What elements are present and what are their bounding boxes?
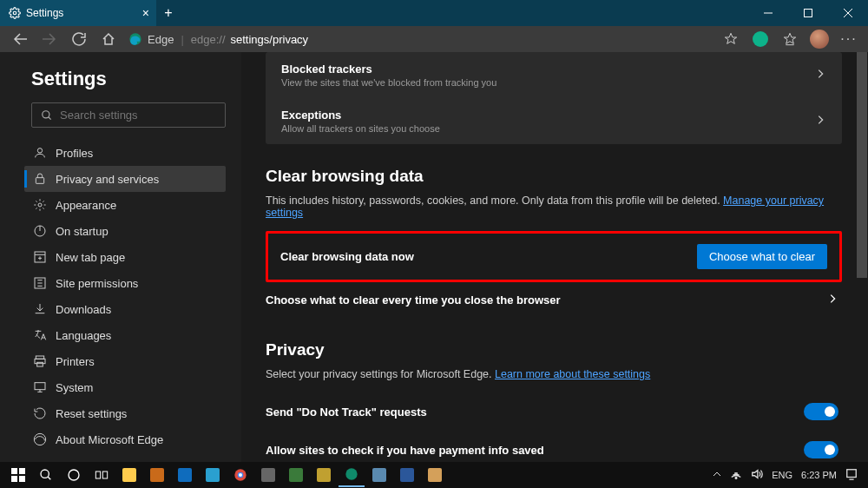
sidebar-item-about-microsoft-edge[interactable]: About Microsoft Edge bbox=[24, 426, 226, 452]
taskbar-app-explorer[interactable] bbox=[116, 463, 142, 487]
sidebar-item-label: Profiles bbox=[56, 147, 93, 160]
sidebar-item-label: System bbox=[56, 381, 93, 394]
sidebar-item-system[interactable]: System bbox=[24, 374, 226, 400]
taskbar-app-photos[interactable] bbox=[200, 463, 226, 487]
sidebar-item-label: Printers bbox=[56, 355, 95, 368]
forward-button[interactable] bbox=[36, 27, 62, 51]
learn-more-link[interactable]: Learn more about these settings bbox=[495, 368, 650, 380]
extension-green-icon[interactable] bbox=[748, 27, 773, 51]
blocked-trackers-row[interactable]: Blocked trackers View the sites that we'… bbox=[266, 52, 842, 98]
svg-rect-24 bbox=[37, 362, 43, 366]
favorites-bar-button[interactable] bbox=[778, 27, 802, 51]
sidebar-item-label: On startup bbox=[56, 225, 108, 238]
browser-tab[interactable]: Settings × bbox=[0, 0, 156, 26]
network-icon[interactable] bbox=[730, 468, 742, 482]
taskbar-app-paint[interactable] bbox=[422, 463, 448, 487]
cortana-icon[interactable] bbox=[61, 463, 87, 487]
tray-chevron-icon[interactable] bbox=[713, 470, 721, 480]
svg-point-7 bbox=[43, 110, 49, 117]
window-titlebar: Settings × + bbox=[0, 0, 868, 26]
window-minimize-button[interactable] bbox=[748, 0, 788, 26]
svg-line-34 bbox=[48, 477, 50, 479]
power-icon bbox=[33, 224, 47, 238]
svg-point-42 bbox=[735, 478, 737, 479]
url-box[interactable]: Edge | edge://settings/privacy bbox=[125, 32, 715, 46]
sidebar-item-label: Appearance bbox=[56, 199, 116, 212]
home-button[interactable] bbox=[95, 27, 122, 51]
volume-icon[interactable] bbox=[751, 468, 763, 482]
back-button[interactable] bbox=[7, 27, 33, 51]
sidebar-item-label: Privacy and services bbox=[56, 173, 159, 186]
row-title: Choose what to clear every time you clos… bbox=[266, 293, 561, 307]
svg-point-41 bbox=[345, 468, 357, 479]
sidebar-item-new-tab-page[interactable]: New tab page bbox=[24, 244, 226, 270]
tray-time[interactable]: 6:23 PM bbox=[801, 470, 837, 480]
sidebar-item-languages[interactable]: Languages bbox=[24, 322, 226, 348]
more-menu-button[interactable]: ··· bbox=[837, 27, 861, 51]
payment-toggle[interactable] bbox=[804, 441, 838, 458]
window-maximize-button[interactable] bbox=[788, 0, 828, 26]
svg-rect-43 bbox=[847, 470, 857, 478]
scroll-thumb[interactable] bbox=[857, 52, 867, 278]
taskbar-app-generic-1[interactable] bbox=[255, 463, 281, 487]
taskbar-search-icon[interactable] bbox=[33, 463, 59, 487]
clear-now-row: Clear browsing data now Choose what to c… bbox=[268, 234, 839, 280]
taskbar-app-generic-2[interactable] bbox=[283, 463, 309, 487]
search-input[interactable] bbox=[60, 109, 216, 122]
address-bar: Edge | edge://settings/privacy ··· bbox=[0, 26, 868, 52]
task-view-icon[interactable] bbox=[89, 463, 115, 487]
svg-point-9 bbox=[37, 148, 42, 153]
newtab-icon bbox=[33, 250, 47, 264]
sidebar-item-reset-settings[interactable]: Reset settings bbox=[24, 400, 226, 426]
sidebar-item-on-startup[interactable]: On startup bbox=[24, 218, 226, 244]
svg-point-40 bbox=[239, 473, 242, 477]
search-settings-box[interactable] bbox=[31, 102, 226, 128]
clear-on-close-row[interactable]: Choose what to clear every time you clos… bbox=[266, 282, 842, 318]
taskbar-app-generic-3[interactable] bbox=[311, 463, 337, 487]
taskbar-app-chrome[interactable] bbox=[227, 463, 253, 487]
dnt-toggle[interactable] bbox=[804, 403, 838, 420]
tray-lang[interactable]: ENG bbox=[772, 470, 792, 480]
choose-what-to-clear-button[interactable]: Choose what to clear bbox=[697, 244, 827, 269]
new-tab-button[interactable]: + bbox=[156, 1, 181, 25]
tab-close-button[interactable]: × bbox=[142, 6, 149, 20]
svg-rect-29 bbox=[11, 468, 17, 474]
taskbar-app-generic-4[interactable] bbox=[366, 463, 392, 487]
svg-line-8 bbox=[49, 116, 51, 119]
favorite-button[interactable] bbox=[719, 27, 743, 51]
row-title: Allow sites to check if you have payment… bbox=[266, 444, 544, 457]
window-close-button[interactable] bbox=[828, 0, 868, 26]
sidebar-item-appearance[interactable]: Appearance bbox=[24, 192, 226, 218]
lock-icon bbox=[33, 172, 47, 186]
sidebar-item-printers[interactable]: Printers bbox=[24, 348, 226, 374]
taskbar-app-mail[interactable] bbox=[172, 463, 198, 487]
person-icon bbox=[33, 146, 47, 160]
url-app-label: Edge bbox=[148, 33, 174, 46]
language-icon bbox=[33, 328, 47, 342]
taskbar-app-word[interactable] bbox=[394, 463, 420, 487]
url-protocol: edge:// bbox=[191, 33, 226, 46]
profile-avatar[interactable] bbox=[807, 27, 832, 51]
sidebar-item-label: New tab page bbox=[56, 251, 125, 264]
row-subtitle: View the sites that we've blocked from t… bbox=[281, 77, 496, 88]
sidebar-item-downloads[interactable]: Downloads bbox=[24, 296, 226, 322]
taskbar-app-store[interactable] bbox=[144, 463, 170, 487]
windows-taskbar: ENG 6:23 PM bbox=[0, 462, 868, 488]
exceptions-row[interactable]: Exceptions Allow all trackers on sites y… bbox=[266, 98, 842, 144]
clear-section-title: Clear browsing data bbox=[266, 167, 842, 186]
sidebar-item-site-permissions[interactable]: Site permissions bbox=[24, 270, 226, 296]
refresh-button[interactable] bbox=[66, 27, 92, 51]
notifications-icon[interactable] bbox=[845, 468, 858, 482]
search-icon bbox=[41, 109, 53, 122]
row-title: Clear browsing data now bbox=[280, 250, 414, 263]
chevron-right-icon bbox=[814, 114, 826, 129]
taskbar-app-edge[interactable] bbox=[339, 463, 365, 487]
sidebar-item-privacy-and-services[interactable]: Privacy and services bbox=[24, 166, 226, 192]
svg-rect-2 bbox=[805, 10, 812, 17]
sidebar-item-label: Downloads bbox=[56, 303, 111, 316]
start-button[interactable] bbox=[5, 463, 31, 487]
sidebar-item-profiles[interactable]: Profiles bbox=[24, 140, 226, 166]
tab-title: Settings bbox=[26, 7, 63, 19]
scrollbar[interactable] bbox=[856, 52, 868, 462]
reset-icon bbox=[33, 406, 47, 420]
